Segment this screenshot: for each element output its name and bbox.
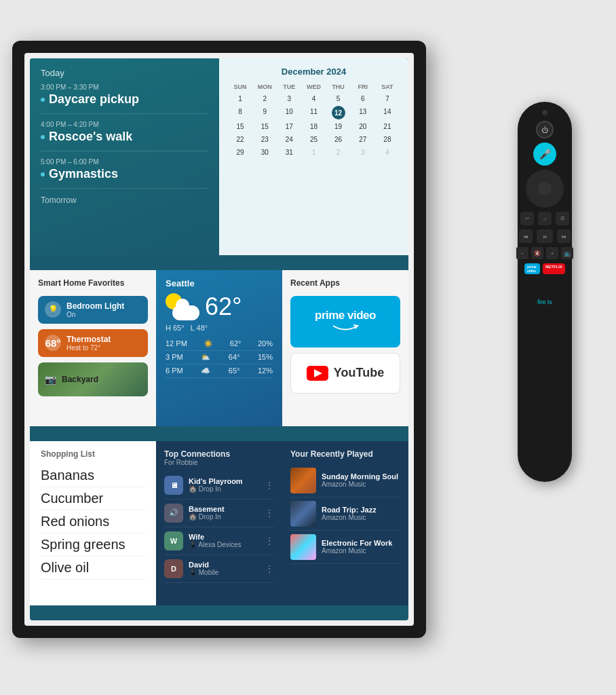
cal-day[interactable]: 25 (302, 134, 325, 145)
connection-basement[interactable]: 🔊 Basement 🏠 Drop In ⋮ (164, 500, 274, 527)
cal-day[interactable]: 30 (253, 147, 276, 158)
bedroom-name: Bedroom Light (66, 301, 141, 311)
playroom-info: Kid's Playroom 🏠 Drop In (189, 477, 259, 493)
soul-name: Sunday Morning Soul (322, 472, 400, 481)
cal-day-today[interactable]: 12 (332, 106, 345, 119)
play-pause-button[interactable]: ⏯ (537, 229, 553, 243)
cal-day[interactable]: 22 (229, 134, 252, 145)
fast-forward-button[interactable]: ⏭ (557, 229, 571, 243)
cal-day[interactable]: 5 (327, 93, 350, 105)
event-dot-2 (41, 135, 45, 139)
shopping-list-title: Shopping List (41, 449, 145, 459)
cal-day[interactable]: 18 (302, 121, 325, 132)
cal-day[interactable]: 8 (229, 106, 252, 119)
cal-day[interactable]: 31 (277, 147, 301, 158)
rewind-button[interactable]: ⏮ (519, 229, 533, 243)
basement-status: 🏠 Drop In (189, 513, 259, 521)
cal-day-faded[interactable]: 2 (327, 147, 350, 158)
recently-played-widget: Your Recently Played Sunday Morning Soul… (282, 441, 408, 606)
soul-thumbnail (290, 468, 316, 493)
youtube-tile[interactable]: YouTube (290, 353, 400, 394)
wife-avatar: W (164, 531, 183, 550)
shopping-list-widget: Shopping List Bananas Cucumber Red onion… (30, 441, 156, 606)
cal-day[interactable]: 24 (277, 134, 301, 145)
music-item-electronic[interactable]: Electronic For Work Amazon Music (290, 531, 400, 564)
connection-playroom[interactable]: 🖥 Kid's Playroom 🏠 Drop In ⋮ (164, 472, 274, 500)
cal-day[interactable]: 27 (351, 134, 374, 145)
cal-day-faded[interactable]: 1 (302, 147, 325, 158)
cal-day[interactable]: 3 (277, 93, 301, 105)
connections-subtitle: For Robbie (164, 459, 274, 466)
tv-button[interactable]: 📺 (561, 247, 573, 259)
cal-day[interactable]: 2 (253, 93, 276, 105)
nav-center-button[interactable] (538, 182, 552, 195)
weather-row-3pm: 3 PM ⛅ 64° 15% (166, 351, 273, 364)
shopping-item-3: Red onions (41, 510, 145, 533)
event-dot-1 (41, 98, 45, 102)
nav-ring[interactable] (526, 170, 564, 208)
cal-day[interactable]: 26 (327, 134, 350, 145)
bedroom-light-item[interactable]: 💡 Bedroom Light On (38, 296, 148, 324)
electronic-info: Electronic For Work Amazon Music (322, 539, 400, 555)
cal-day[interactable]: 28 (376, 134, 399, 145)
remote-body: ⏻ 🎤 ↩ ⌂ ☰ ⏮ ⏯ ⏭ − 🔇 + 📺 prime video NETF… (518, 102, 572, 482)
cal-day[interactable]: 7 (376, 93, 399, 105)
event-title-1: Daycare pickup (41, 92, 208, 107)
cal-day[interactable]: 17 (277, 121, 301, 132)
vol-up-button[interactable]: + (546, 247, 558, 259)
vol-down-button[interactable]: − (516, 247, 528, 259)
cal-day[interactable]: 19 (327, 121, 350, 132)
music-item-soul[interactable]: Sunday Morning Soul Amazon Music (290, 464, 400, 497)
cal-day[interactable]: 4 (302, 93, 325, 105)
alexa-button[interactable]: 🎤 (533, 143, 556, 166)
connection-menu-dots[interactable]: ⋮ (265, 508, 274, 519)
fire-text: fire (537, 299, 547, 305)
connection-david[interactable]: D David 📱 Mobile ⋮ (164, 555, 274, 583)
menu-button[interactable]: ☰ (556, 212, 569, 225)
cal-day-faded[interactable]: 3 (351, 147, 374, 158)
cal-header-tue: TUE (277, 82, 301, 92)
vol-mute-row: − 🔇 + 📺 (516, 247, 573, 259)
recently-played-title: Your Recently Played (290, 449, 400, 459)
top-section: Today 3:00 PM – 3:30 PM Daycare pickup 4… (30, 58, 408, 255)
cal-day[interactable]: 13 (351, 106, 374, 119)
backyard-label: Backyard (62, 375, 98, 384)
cal-day[interactable]: 1 (229, 93, 252, 105)
connection-menu-dots[interactable]: ⋮ (265, 480, 274, 491)
cal-day[interactable]: 23 (253, 134, 276, 145)
jazz-info: Road Trip: Jazz Amazon Music (322, 506, 400, 521)
connection-menu-dots[interactable]: ⋮ (265, 536, 274, 546)
cal-day[interactable]: 9 (253, 106, 276, 119)
connection-wife[interactable]: W Wife 📱 Alexa Devices ⋮ (164, 527, 274, 555)
cal-day[interactable]: 11 (302, 106, 325, 119)
thermostat-info: Thermostat Heat to 72° (66, 335, 141, 352)
electronic-source: Amazon Music (322, 547, 400, 555)
back-home-menu-row: ↩ ⌂ ☰ (520, 212, 569, 225)
prime-button[interactable]: prime video (524, 263, 540, 274)
connection-menu-dots[interactable]: ⋮ (265, 563, 274, 574)
thermostat-item[interactable]: 68° Thermostat Heat to 72° (38, 329, 148, 357)
david-info: David 📱 Mobile (189, 561, 259, 576)
bedroom-status: On (66, 311, 141, 318)
cal-day[interactable]: 20 (351, 121, 374, 132)
cal-day[interactable]: 15 (253, 121, 276, 132)
cal-day[interactable]: 21 (376, 121, 399, 132)
back-button[interactable]: ↩ (520, 212, 534, 225)
smart-home-title: Smart Home Favorites (38, 278, 148, 288)
home-button[interactable]: ⌂ (538, 212, 552, 225)
power-button[interactable]: ⏻ (536, 121, 554, 138)
cal-day[interactable]: 29 (229, 147, 252, 158)
cal-day-faded[interactable]: 4 (376, 147, 399, 158)
jazz-thumbnail (290, 501, 316, 527)
mute-button[interactable]: 🔇 (531, 247, 543, 259)
cal-day[interactable]: 14 (376, 106, 399, 119)
netflix-button[interactable]: NETFLIX (543, 263, 565, 274)
cal-day[interactable]: 6 (351, 93, 374, 105)
music-item-jazz[interactable]: Road Trip: Jazz Amazon Music (290, 497, 400, 531)
prime-video-tile[interactable]: prime video (290, 296, 400, 348)
cal-day[interactable]: 15 (229, 121, 252, 132)
cal-day[interactable]: 10 (277, 106, 301, 119)
basement-avatar: 🔊 (164, 504, 183, 523)
backyard-item[interactable]: 📷 Backyard (38, 362, 148, 396)
wife-name: Wife (189, 533, 259, 541)
